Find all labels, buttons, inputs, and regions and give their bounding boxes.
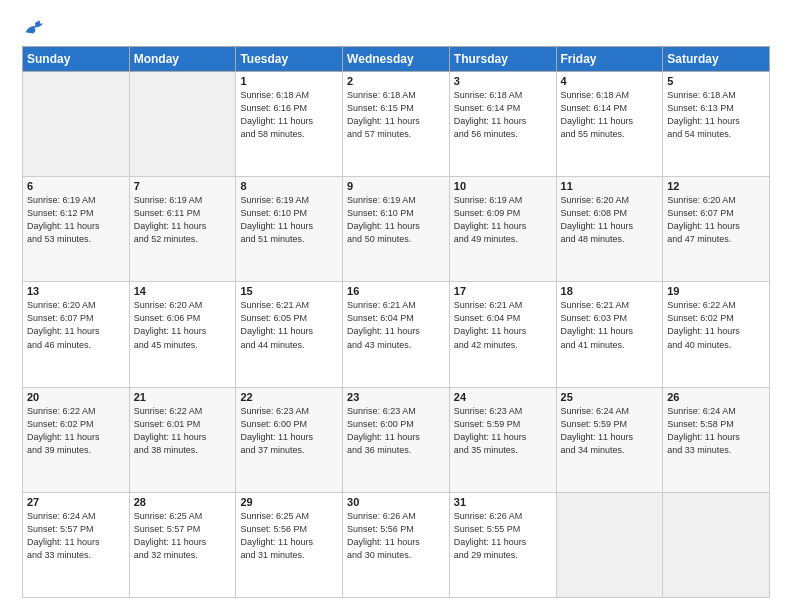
- day-number: 21: [134, 391, 232, 403]
- weekday-header-row: SundayMondayTuesdayWednesdayThursdayFrid…: [23, 47, 770, 72]
- day-number: 28: [134, 496, 232, 508]
- calendar-cell: [663, 492, 770, 597]
- page: SundayMondayTuesdayWednesdayThursdayFrid…: [0, 0, 792, 612]
- day-info: Sunrise: 6:18 AM Sunset: 6:13 PM Dayligh…: [667, 89, 765, 141]
- day-info: Sunrise: 6:23 AM Sunset: 5:59 PM Dayligh…: [454, 405, 552, 457]
- calendar-cell: 13Sunrise: 6:20 AM Sunset: 6:07 PM Dayli…: [23, 282, 130, 387]
- logo-bird-icon: [24, 18, 46, 36]
- day-number: 29: [240, 496, 338, 508]
- weekday-header-saturday: Saturday: [663, 47, 770, 72]
- calendar-table: SundayMondayTuesdayWednesdayThursdayFrid…: [22, 46, 770, 598]
- day-number: 11: [561, 180, 659, 192]
- calendar-cell: 5Sunrise: 6:18 AM Sunset: 6:13 PM Daylig…: [663, 72, 770, 177]
- calendar-cell: 28Sunrise: 6:25 AM Sunset: 5:57 PM Dayli…: [129, 492, 236, 597]
- day-info: Sunrise: 6:19 AM Sunset: 6:10 PM Dayligh…: [240, 194, 338, 246]
- day-number: 6: [27, 180, 125, 192]
- day-info: Sunrise: 6:18 AM Sunset: 6:14 PM Dayligh…: [454, 89, 552, 141]
- day-number: 27: [27, 496, 125, 508]
- day-number: 31: [454, 496, 552, 508]
- day-number: 3: [454, 75, 552, 87]
- day-number: 13: [27, 285, 125, 297]
- day-info: Sunrise: 6:19 AM Sunset: 6:09 PM Dayligh…: [454, 194, 552, 246]
- calendar-cell: 24Sunrise: 6:23 AM Sunset: 5:59 PM Dayli…: [449, 387, 556, 492]
- day-number: 10: [454, 180, 552, 192]
- calendar-cell: 14Sunrise: 6:20 AM Sunset: 6:06 PM Dayli…: [129, 282, 236, 387]
- day-number: 17: [454, 285, 552, 297]
- day-info: Sunrise: 6:18 AM Sunset: 6:14 PM Dayligh…: [561, 89, 659, 141]
- weekday-header-thursday: Thursday: [449, 47, 556, 72]
- day-number: 9: [347, 180, 445, 192]
- day-info: Sunrise: 6:24 AM Sunset: 5:59 PM Dayligh…: [561, 405, 659, 457]
- calendar-cell: 12Sunrise: 6:20 AM Sunset: 6:07 PM Dayli…: [663, 177, 770, 282]
- calendar-cell: 26Sunrise: 6:24 AM Sunset: 5:58 PM Dayli…: [663, 387, 770, 492]
- day-info: Sunrise: 6:24 AM Sunset: 5:58 PM Dayligh…: [667, 405, 765, 457]
- day-info: Sunrise: 6:21 AM Sunset: 6:03 PM Dayligh…: [561, 299, 659, 351]
- calendar-cell: 6Sunrise: 6:19 AM Sunset: 6:12 PM Daylig…: [23, 177, 130, 282]
- day-number: 12: [667, 180, 765, 192]
- logo: [22, 18, 46, 36]
- day-number: 20: [27, 391, 125, 403]
- day-info: Sunrise: 6:25 AM Sunset: 5:57 PM Dayligh…: [134, 510, 232, 562]
- weekday-header-sunday: Sunday: [23, 47, 130, 72]
- day-number: 15: [240, 285, 338, 297]
- day-info: Sunrise: 6:18 AM Sunset: 6:15 PM Dayligh…: [347, 89, 445, 141]
- day-number: 19: [667, 285, 765, 297]
- day-info: Sunrise: 6:20 AM Sunset: 6:08 PM Dayligh…: [561, 194, 659, 246]
- calendar-cell: 20Sunrise: 6:22 AM Sunset: 6:02 PM Dayli…: [23, 387, 130, 492]
- day-info: Sunrise: 6:25 AM Sunset: 5:56 PM Dayligh…: [240, 510, 338, 562]
- weekday-header-wednesday: Wednesday: [343, 47, 450, 72]
- day-info: Sunrise: 6:20 AM Sunset: 6:07 PM Dayligh…: [667, 194, 765, 246]
- day-info: Sunrise: 6:21 AM Sunset: 6:04 PM Dayligh…: [454, 299, 552, 351]
- day-info: Sunrise: 6:21 AM Sunset: 6:05 PM Dayligh…: [240, 299, 338, 351]
- calendar-cell: 27Sunrise: 6:24 AM Sunset: 5:57 PM Dayli…: [23, 492, 130, 597]
- day-number: 4: [561, 75, 659, 87]
- day-info: Sunrise: 6:18 AM Sunset: 6:16 PM Dayligh…: [240, 89, 338, 141]
- day-number: 26: [667, 391, 765, 403]
- day-info: Sunrise: 6:21 AM Sunset: 6:04 PM Dayligh…: [347, 299, 445, 351]
- day-info: Sunrise: 6:19 AM Sunset: 6:11 PM Dayligh…: [134, 194, 232, 246]
- week-row-1: 1Sunrise: 6:18 AM Sunset: 6:16 PM Daylig…: [23, 72, 770, 177]
- calendar-cell: 15Sunrise: 6:21 AM Sunset: 6:05 PM Dayli…: [236, 282, 343, 387]
- day-number: 18: [561, 285, 659, 297]
- day-info: Sunrise: 6:20 AM Sunset: 6:07 PM Dayligh…: [27, 299, 125, 351]
- day-number: 1: [240, 75, 338, 87]
- day-number: 8: [240, 180, 338, 192]
- calendar-cell: 21Sunrise: 6:22 AM Sunset: 6:01 PM Dayli…: [129, 387, 236, 492]
- day-info: Sunrise: 6:19 AM Sunset: 6:10 PM Dayligh…: [347, 194, 445, 246]
- day-number: 30: [347, 496, 445, 508]
- weekday-header-monday: Monday: [129, 47, 236, 72]
- day-info: Sunrise: 6:22 AM Sunset: 6:02 PM Dayligh…: [667, 299, 765, 351]
- calendar-cell: 11Sunrise: 6:20 AM Sunset: 6:08 PM Dayli…: [556, 177, 663, 282]
- calendar-cell: 31Sunrise: 6:26 AM Sunset: 5:55 PM Dayli…: [449, 492, 556, 597]
- calendar-cell: [23, 72, 130, 177]
- calendar-cell: 29Sunrise: 6:25 AM Sunset: 5:56 PM Dayli…: [236, 492, 343, 597]
- week-row-5: 27Sunrise: 6:24 AM Sunset: 5:57 PM Dayli…: [23, 492, 770, 597]
- calendar-cell: 10Sunrise: 6:19 AM Sunset: 6:09 PM Dayli…: [449, 177, 556, 282]
- calendar-cell: 7Sunrise: 6:19 AM Sunset: 6:11 PM Daylig…: [129, 177, 236, 282]
- calendar-cell: 18Sunrise: 6:21 AM Sunset: 6:03 PM Dayli…: [556, 282, 663, 387]
- day-info: Sunrise: 6:22 AM Sunset: 6:01 PM Dayligh…: [134, 405, 232, 457]
- day-number: 2: [347, 75, 445, 87]
- calendar-cell: 3Sunrise: 6:18 AM Sunset: 6:14 PM Daylig…: [449, 72, 556, 177]
- weekday-header-friday: Friday: [556, 47, 663, 72]
- day-info: Sunrise: 6:20 AM Sunset: 6:06 PM Dayligh…: [134, 299, 232, 351]
- calendar-cell: 16Sunrise: 6:21 AM Sunset: 6:04 PM Dayli…: [343, 282, 450, 387]
- calendar-cell: 22Sunrise: 6:23 AM Sunset: 6:00 PM Dayli…: [236, 387, 343, 492]
- day-info: Sunrise: 6:26 AM Sunset: 5:55 PM Dayligh…: [454, 510, 552, 562]
- calendar-cell: 23Sunrise: 6:23 AM Sunset: 6:00 PM Dayli…: [343, 387, 450, 492]
- calendar-cell: 2Sunrise: 6:18 AM Sunset: 6:15 PM Daylig…: [343, 72, 450, 177]
- day-number: 14: [134, 285, 232, 297]
- day-number: 24: [454, 391, 552, 403]
- week-row-4: 20Sunrise: 6:22 AM Sunset: 6:02 PM Dayli…: [23, 387, 770, 492]
- calendar-cell: 4Sunrise: 6:18 AM Sunset: 6:14 PM Daylig…: [556, 72, 663, 177]
- week-row-3: 13Sunrise: 6:20 AM Sunset: 6:07 PM Dayli…: [23, 282, 770, 387]
- day-number: 7: [134, 180, 232, 192]
- calendar-cell: [556, 492, 663, 597]
- weekday-header-tuesday: Tuesday: [236, 47, 343, 72]
- day-info: Sunrise: 6:26 AM Sunset: 5:56 PM Dayligh…: [347, 510, 445, 562]
- calendar-cell: 1Sunrise: 6:18 AM Sunset: 6:16 PM Daylig…: [236, 72, 343, 177]
- day-number: 25: [561, 391, 659, 403]
- calendar-cell: 25Sunrise: 6:24 AM Sunset: 5:59 PM Dayli…: [556, 387, 663, 492]
- calendar-cell: 8Sunrise: 6:19 AM Sunset: 6:10 PM Daylig…: [236, 177, 343, 282]
- day-info: Sunrise: 6:23 AM Sunset: 6:00 PM Dayligh…: [240, 405, 338, 457]
